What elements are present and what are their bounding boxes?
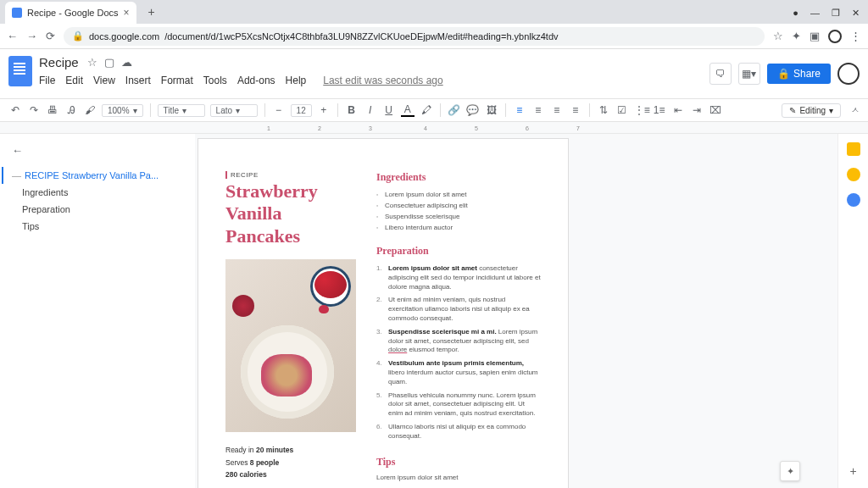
- cast-icon[interactable]: ▣: [810, 30, 820, 42]
- new-tab-button[interactable]: +: [142, 2, 162, 22]
- italic-icon[interactable]: I: [364, 104, 377, 116]
- address-bar: ← → ⟳ 🔒 docs.google.com/document/d/1wcP5…: [0, 24, 868, 49]
- clear-format-icon[interactable]: ⌧: [709, 104, 722, 116]
- paint-format-icon[interactable]: 🖌: [83, 104, 97, 116]
- comment-history-icon[interactable]: 🗨: [709, 63, 732, 85]
- reload-button[interactable]: ⟳: [46, 30, 55, 42]
- highlight-icon[interactable]: 🖍: [420, 104, 433, 116]
- zoom-select[interactable]: 100% ▾: [102, 104, 143, 117]
- docs-header: Recipe ☆ ▢ ☁ File Edit View Insert Forma…: [0, 49, 868, 98]
- share-label: Share: [793, 68, 821, 80]
- docs-logo-icon[interactable]: [8, 56, 32, 86]
- back-button[interactable]: ←: [7, 30, 18, 42]
- image-icon[interactable]: 🖼: [485, 104, 498, 116]
- list-item: Consectetuer adipiscing elit: [376, 200, 541, 211]
- outline-item-preparation[interactable]: Preparation: [12, 201, 183, 218]
- list-item: Libero interdum auctor: [376, 222, 541, 233]
- cloud-status-icon[interactable]: ☁: [121, 56, 132, 69]
- align-justify-icon[interactable]: ≡: [569, 104, 582, 116]
- indent-increase-icon[interactable]: ⇥: [690, 104, 704, 116]
- present-icon[interactable]: ▦▾: [738, 63, 760, 85]
- browser-tab[interactable]: Recipe - Google Docs ×: [5, 2, 136, 24]
- list-item: Lorem ipsum dolor sit amet: [376, 189, 541, 200]
- document-canvas[interactable]: RECIPE Strawberry Vanilla Pancakes Ready…: [195, 134, 837, 488]
- underline-icon[interactable]: U: [382, 104, 396, 116]
- extensions-icon[interactable]: ✦: [792, 30, 801, 42]
- last-edit-link[interactable]: Last edit was seconds ago: [323, 75, 442, 86]
- indent-decrease-icon[interactable]: ⇤: [671, 104, 685, 116]
- forward-button[interactable]: →: [26, 30, 37, 42]
- mode-select[interactable]: ✎ Editing ▾: [782, 103, 841, 118]
- browser-profile-icon[interactable]: [828, 30, 842, 43]
- star-icon[interactable]: ☆: [773, 30, 783, 42]
- redo-icon[interactable]: ↷: [27, 104, 41, 116]
- recipe-meta: Ready in 20 minutes Serves 8 people 280 …: [225, 444, 356, 480]
- close-tab-icon[interactable]: ×: [124, 7, 130, 19]
- maximize-icon[interactable]: ❐: [832, 8, 840, 19]
- menu-insert[interactable]: Insert: [125, 75, 151, 86]
- tips-heading: Tips: [376, 456, 541, 469]
- minimize-icon[interactable]: —: [810, 8, 820, 19]
- outline-heading-1[interactable]: —RECIPE Strawberry Vanilla Pa...: [2, 167, 183, 184]
- record-icon[interactable]: ●: [793, 8, 798, 19]
- outline-back-icon[interactable]: ←: [12, 144, 183, 157]
- text-color-icon[interactable]: A: [401, 103, 415, 117]
- toolbar: ↶ ↷ 🖶 Ꭿ 🖌 100% ▾ Title ▾ Lato ▾ − 12 + B…: [0, 98, 868, 122]
- font-select[interactable]: Lato ▾: [210, 104, 258, 117]
- preparation-heading: Preparation: [376, 245, 541, 258]
- recipe-label: RECIPE: [225, 171, 356, 179]
- recipe-title: Strawberry Vanilla Pancakes: [225, 180, 356, 247]
- menu-view[interactable]: View: [93, 75, 115, 86]
- explore-button[interactable]: ✦: [780, 461, 800, 481]
- numbered-list-icon[interactable]: 1≡: [653, 104, 666, 116]
- align-left-icon[interactable]: ≡: [513, 104, 526, 116]
- menu-bar: File Edit View Insert Format Tools Add-o…: [39, 75, 703, 86]
- menu-format[interactable]: Format: [161, 75, 193, 86]
- bold-icon[interactable]: B: [345, 104, 359, 116]
- outline-item-ingredients[interactable]: Ingredients: [12, 184, 183, 201]
- menu-edit[interactable]: Edit: [65, 75, 83, 86]
- link-icon[interactable]: 🔗: [448, 104, 461, 116]
- align-center-icon[interactable]: ≡: [531, 104, 545, 116]
- font-size-input[interactable]: 12: [291, 104, 312, 117]
- checklist-icon[interactable]: ☑: [615, 104, 629, 116]
- close-window-icon[interactable]: ✕: [852, 8, 860, 19]
- align-right-icon[interactable]: ≡: [550, 104, 564, 116]
- menu-help[interactable]: Help: [286, 75, 307, 86]
- document-page[interactable]: RECIPE Strawberry Vanilla Pancakes Ready…: [198, 139, 568, 488]
- share-button[interactable]: 🔒 Share: [767, 64, 831, 84]
- list-item: Ullamco laboris nisi ut aliquip ex ea co…: [376, 421, 541, 444]
- url-path: /document/d/1wcP5XcsNcOtjx4C8thbfa3LU9N8…: [164, 31, 558, 42]
- line-spacing-icon[interactable]: ⇅: [597, 104, 610, 116]
- account-avatar[interactable]: [837, 63, 860, 85]
- increase-font-icon[interactable]: +: [317, 104, 331, 116]
- keep-icon[interactable]: [847, 168, 860, 181]
- calendar-icon[interactable]: [847, 142, 860, 156]
- document-title[interactable]: Recipe: [39, 55, 79, 69]
- menu-file[interactable]: File: [39, 75, 55, 86]
- tasks-icon[interactable]: [847, 193, 860, 207]
- spellcheck-icon[interactable]: Ꭿ: [64, 104, 78, 116]
- decrease-font-icon[interactable]: −: [272, 104, 286, 116]
- print-icon[interactable]: 🖶: [46, 104, 59, 116]
- lock-icon: 🔒: [72, 30, 84, 42]
- star-doc-icon[interactable]: ☆: [87, 56, 97, 69]
- ingredients-list: Lorem ipsum dolor sit amet Consectetuer …: [376, 189, 541, 233]
- add-icon[interactable]: +: [849, 464, 856, 478]
- list-item: Suspendisse scelerisque mi a mi. Lorem i…: [376, 326, 541, 358]
- list-item: Ut enim ad minim veniam, quis nostrud ex…: [376, 294, 541, 325]
- move-doc-icon[interactable]: ▢: [104, 56, 114, 69]
- hide-menus-icon[interactable]: ㅅ: [851, 104, 860, 116]
- menu-tools[interactable]: Tools: [203, 75, 227, 86]
- undo-icon[interactable]: ↶: [8, 104, 22, 116]
- bullet-list-icon[interactable]: ⋮≡: [634, 104, 648, 116]
- comment-icon[interactable]: 💬: [466, 104, 480, 116]
- menu-addons[interactable]: Add-ons: [237, 75, 275, 86]
- list-item: Vestibulum ante ipsum primis elementum, …: [376, 358, 541, 389]
- outline-item-tips[interactable]: Tips: [12, 218, 183, 235]
- ruler[interactable]: 1234567: [0, 122, 868, 134]
- recipe-photo[interactable]: [225, 259, 356, 432]
- style-select[interactable]: Title ▾: [158, 104, 205, 117]
- browser-menu-icon[interactable]: ⋮: [850, 30, 861, 42]
- url-input[interactable]: 🔒 docs.google.com/document/d/1wcP5XcsNcO…: [64, 27, 765, 46]
